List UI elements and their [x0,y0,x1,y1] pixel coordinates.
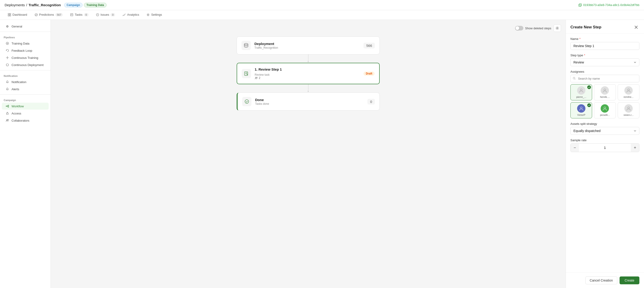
tab-settings[interactable]: Settings [143,10,165,20]
done-card-icon [242,97,252,106]
sidebar-item-workflow[interactable]: Workflow [2,103,49,110]
assignee-card-victorp[interactable]: VictorP [570,102,592,118]
tab-dashboard-label: Dashboard [12,13,27,16]
review-card-meta: Review task [255,73,360,76]
connector-arrow-2: ↓ [308,89,309,93]
breadcrumb-deployments[interactable]: Deployments [4,3,25,7]
svg-rect-4 [8,15,9,16]
svg-point-11 [6,106,7,107]
connector-1: ↓ [308,55,309,63]
name-input[interactable] [570,42,640,50]
sidebar-item-general[interactable]: ⚙ General [2,23,49,30]
name-field-group: Name * [570,37,640,50]
badge-campaign: Campaign [64,3,82,8]
breadcrumb-separator: / [26,3,27,7]
sidebar: ⚙ General Pipelines Training Data Feedba… [0,20,51,288]
step-type-required: * [584,54,585,57]
assignee-card-vivienr[interactable]: vivien.r... [618,102,640,118]
svg-point-24 [580,89,582,91]
check-circle-icon [244,99,249,104]
svg-rect-19 [244,72,248,76]
split-strategy-select[interactable]: Equally dispatched Random Manual [570,127,640,135]
workflow-icon [6,104,9,108]
sidebar-item-feedback-loop[interactable]: Feedback Loop [2,47,49,54]
sidebar-item-workflow-label: Workflow [12,105,24,108]
tab-predictions[interactable]: Predictions 567 [31,10,66,20]
sample-rate-input[interactable] [579,144,631,151]
name-label: Name * [570,37,640,41]
assignee-card-remihe[interactable]: remihe... [618,84,640,100]
sidebar-item-notification-label: Notification [12,80,26,84]
badge-training: Training Data [84,3,106,8]
panel-header: Create New Step [566,20,644,34]
svg-point-15 [6,120,8,121]
alerts-icon [6,87,9,91]
tab-predictions-label: Predictions [39,13,54,16]
sidebar-item-general-label: General [12,25,22,28]
sidebar-item-continuous-deployment-label: Continuous Deployment [12,63,44,67]
tab-issues-count: 0 [110,13,115,16]
pierre-name: pierre_... [576,96,586,98]
sidebar-item-continuous-training[interactable]: Continuous Training [2,54,49,61]
review-card-info: 1. Review Step 1 Review task 2 [255,67,360,80]
review-assignees-count: 2 [259,76,260,80]
workflow-container: Deployment Traffic_Recognition 566 ↓ 1. … [237,37,380,111]
step-type-select[interactable]: Review Annotation Quality [570,58,640,66]
victorp-name: VictorP [577,114,586,116]
svg-point-13 [8,106,9,107]
nav-tabs: Dashboard Predictions 567 Tasks 0 Issues… [0,10,644,20]
sample-rate-decrease-button[interactable]: − [571,144,579,152]
workflow-card-review[interactable]: 1. Review Step 1 Review task 2 Draft [237,63,380,84]
picselli-avatar [601,104,609,113]
remihe-avatar [624,86,633,95]
workflow-card-done[interactable]: Done Tasks done 0 [237,93,380,111]
content-toolbar: Show deleted steps [515,25,561,32]
tab-tasks-count: 0 [84,13,88,16]
review-card-subtitle: Review task [255,73,270,76]
sidebar-item-access[interactable]: Access [2,110,49,117]
sidebar-item-access-label: Access [12,112,21,115]
sidebar-item-continuous-deployment[interactable]: Continuous Deployment [2,61,49,68]
henrik-name: henrik.... [600,96,610,98]
sidebar-item-notification[interactable]: Notification [2,79,49,85]
sample-rate-control: − + [570,143,640,152]
feedback-loop-icon [6,49,9,52]
show-deleted-toggle[interactable] [515,26,523,31]
tab-dashboard[interactable]: Dashboard [4,10,30,20]
assignee-card-pierre[interactable]: pierre_... [570,84,592,100]
sidebar-item-collaborators[interactable]: Collaborators [2,117,49,124]
assignee-card-picselli[interactable]: picselli... [594,102,616,118]
svg-rect-14 [6,113,8,114]
assignee-card-henrik[interactable]: henrik.... [594,84,616,100]
show-deleted-label: Show deleted steps [525,27,551,30]
workflow-card-deployment[interactable]: Deployment Traffic_Recognition 566 [237,37,380,55]
tasks-icon [70,13,73,16]
svg-point-17 [557,28,558,29]
svg-point-21 [257,77,258,78]
svg-point-18 [244,43,248,45]
close-icon [634,25,638,29]
assignees-icon [255,76,258,80]
close-button[interactable] [633,24,640,31]
notification-label: Notification [0,72,50,78]
victorp-check [587,103,591,107]
assignees-field-group: Assignees [570,70,640,118]
sample-rate-increase-button[interactable]: + [631,144,639,152]
cancel-creation-button[interactable]: Cancel Creation [586,276,617,284]
show-deleted-toggle-container: Show deleted steps [515,26,551,31]
tab-tasks[interactable]: Tasks 0 [67,10,92,20]
tab-issues[interactable]: Issues 0 [93,10,118,20]
tab-analytics[interactable]: Analytics [119,10,142,20]
toggle-knob [516,26,519,30]
search-wrap [570,75,640,82]
deployment-card-subtitle: Traffic_Recognition [254,46,360,49]
workflow-settings-button[interactable] [554,25,561,32]
svg-point-6 [35,13,37,16]
sidebar-item-training-data[interactable]: Training Data [2,40,49,47]
victorp-avatar [577,104,586,113]
create-button[interactable]: Create [620,276,640,284]
sidebar-item-alerts[interactable]: Alerts [2,86,49,93]
campaign-label: Campaign [0,97,50,102]
assignees-search-input[interactable] [570,75,640,82]
breadcrumb-project[interactable]: Traffic_Recognition [28,3,61,7]
